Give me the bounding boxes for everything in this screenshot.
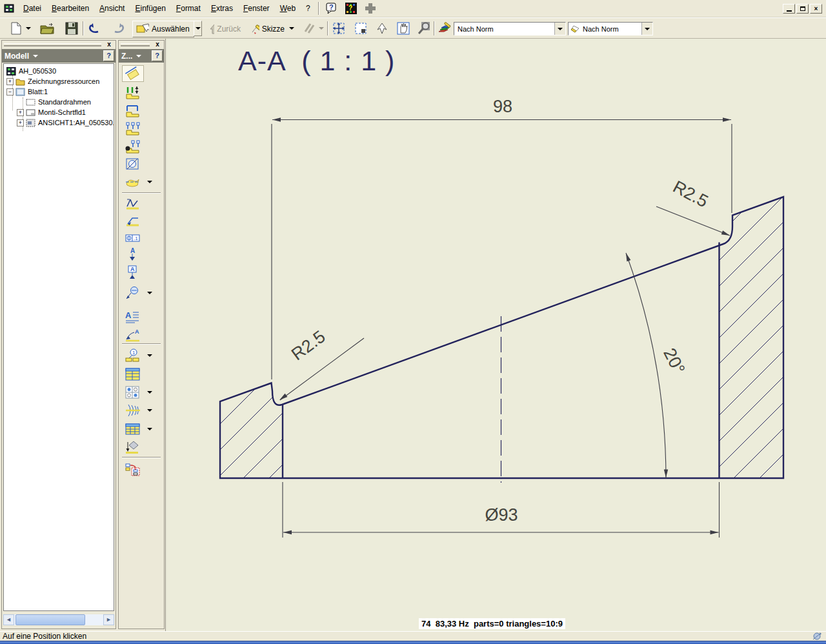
toolbar-separator (434, 21, 435, 35)
dimension-radius-left-text[interactable]: R2.5 (288, 327, 329, 364)
section-drawing[interactable]: 98 Ø93 R2.5 R2.5 20° (166, 39, 826, 631)
panel-grab-bar[interactable]: x (2, 41, 116, 49)
symbol-leader-dropdown[interactable] (147, 292, 152, 294)
sketch-button[interactable]: Skizze (248, 21, 288, 37)
drawing-canvas[interactable]: A-A ( 1 : 1 ) (165, 39, 826, 631)
pan-icon[interactable] (395, 21, 412, 36)
tree-horizontal-scrollbar[interactable]: ◄ ► (3, 614, 114, 625)
dimension-style-dropdown[interactable] (554, 23, 565, 35)
zoom-all-icon[interactable] (330, 21, 347, 36)
zoom-icon[interactable] (416, 21, 432, 36)
hole-table-dropdown[interactable] (147, 391, 152, 394)
menu-ansicht[interactable]: Ansicht (94, 2, 130, 15)
dimension-radius-right-text[interactable]: R2.5 (670, 177, 711, 211)
model-browser-panel: x Modell ? AH_050530 + Zeichnungsressour… (1, 40, 116, 629)
new-file-button[interactable] (8, 21, 25, 36)
feature-control-frame-icon[interactable]: .1 (123, 230, 143, 247)
general-table-icon[interactable] (123, 421, 143, 438)
menu-help[interactable]: ? (301, 2, 316, 15)
tree-item-root[interactable]: AH_050530 (6, 66, 56, 76)
save-button[interactable] (63, 21, 80, 36)
baseline-dimension-icon[interactable] (123, 85, 143, 101)
hole-table-icon[interactable] (123, 384, 143, 401)
ordinate-dimension-icon[interactable] (123, 103, 143, 119)
layer-combobox[interactable]: Nach Norm (568, 22, 653, 35)
centerline-dropdown[interactable] (147, 181, 152, 183)
tree-item-frame[interactable]: Standardrahmen (17, 97, 91, 107)
hole-thread-note-icon[interactable] (123, 139, 143, 156)
scroll-right-icon[interactable]: ► (103, 614, 114, 625)
restore-button[interactable] (796, 4, 809, 14)
leader-text-icon[interactable]: A (123, 327, 143, 343)
sketch-dropdown[interactable] (288, 21, 296, 36)
minimize-button[interactable] (783, 4, 795, 14)
add-icon[interactable] (363, 1, 378, 15)
collapse-icon[interactable]: − (6, 88, 14, 96)
svg-text:?: ? (329, 3, 334, 11)
dimension-diameter-text[interactable]: Ø93 (485, 505, 518, 525)
menu-fenster[interactable]: Fenster (238, 2, 275, 15)
menu-datei[interactable]: Datei (18, 2, 46, 15)
general-table-dropdown[interactable] (147, 428, 152, 430)
model-panel-help-button[interactable]: ? (103, 50, 114, 61)
select-tool-button[interactable]: Auswählen (132, 21, 194, 37)
layer-dropdown[interactable] (641, 23, 652, 35)
zoom-selected-icon[interactable] (374, 21, 390, 36)
bend-note-icon[interactable] (123, 402, 143, 419)
select-tool-dropdown[interactable] (194, 21, 202, 36)
feature-identifier-icon[interactable] (123, 439, 143, 456)
close-button[interactable]: × (810, 4, 822, 14)
datum-target-icon[interactable]: A (123, 264, 143, 281)
menu-web[interactable]: Web (275, 2, 301, 15)
tree-item-sheet[interactable]: − Blatt:1 (6, 86, 48, 97)
expand-icon[interactable]: + (17, 119, 24, 126)
general-dimension-icon[interactable] (122, 65, 144, 82)
panel-close-icon[interactable]: x (105, 41, 114, 48)
menu-einfuegen[interactable]: Einfügen (130, 2, 170, 15)
panel-grab-bar[interactable]: x (119, 41, 164, 49)
svg-text:.1: .1 (134, 236, 138, 241)
menu-extras[interactable]: Extras (206, 2, 238, 15)
balloon-icon[interactable]: 1 (123, 347, 143, 364)
text-icon[interactable]: A (123, 308, 143, 325)
layer-icon (570, 25, 579, 33)
datum-identifier-icon[interactable]: A (123, 246, 143, 263)
back-button: Zurück (206, 21, 244, 37)
parts-list-icon[interactable] (123, 366, 143, 383)
dimension-style-combobox[interactable]: Nach Norm (454, 22, 566, 35)
whats-this-icon[interactable]: ? (343, 1, 359, 15)
zoom-window-icon[interactable] (352, 21, 369, 36)
model-panel-header[interactable]: Modell ? (2, 49, 116, 63)
undo-button[interactable] (86, 21, 103, 36)
expand-icon[interactable]: + (6, 78, 14, 85)
dimension-angle-text[interactable]: 20° (660, 345, 689, 377)
centerline-icon[interactable] (123, 174, 143, 190)
scroll-left-icon[interactable]: ◄ (3, 614, 14, 625)
bend-note-dropdown[interactable] (147, 409, 152, 412)
weld-symbol-icon[interactable] (123, 212, 143, 229)
open-button[interactable] (39, 21, 55, 36)
redo-button[interactable] (110, 21, 126, 36)
format-styles-icon[interactable] (436, 21, 453, 36)
symbol-leader-icon[interactable] (123, 285, 143, 301)
tools-panel-help-button[interactable]: ? (152, 50, 163, 61)
app-icon[interactable] (4, 3, 14, 14)
tree-item-view1[interactable]: + ANSICHT1:AH_050530. (17, 117, 114, 128)
new-file-dropdown[interactable] (25, 21, 32, 36)
new-sheet-icon[interactable] (123, 461, 143, 478)
dimension-width-text[interactable]: 98 (493, 97, 512, 116)
dimension-lines (272, 120, 732, 538)
tools-panel-header[interactable]: Z... ? (119, 49, 164, 63)
expand-icon[interactable]: + (17, 109, 24, 116)
menu-bearbeiten[interactable]: Bearbeiten (46, 2, 94, 15)
tree-item-resources[interactable]: + Zeichnungsressourcen (6, 76, 99, 86)
help-bubble-icon[interactable]: ? (324, 1, 339, 15)
menu-format[interactable]: Format (171, 2, 206, 15)
tree-item-titleblock[interactable]: + Monti-Schrtfld1 (17, 107, 86, 117)
panel-close-icon[interactable]: x (153, 41, 162, 48)
ordinate-set-icon[interactable] (123, 121, 143, 137)
surface-texture-symbol-icon[interactable] (123, 196, 143, 212)
balloon-dropdown[interactable] (147, 354, 152, 357)
scrollbar-thumb[interactable] (15, 614, 85, 625)
center-mark-icon[interactable] (123, 156, 143, 172)
